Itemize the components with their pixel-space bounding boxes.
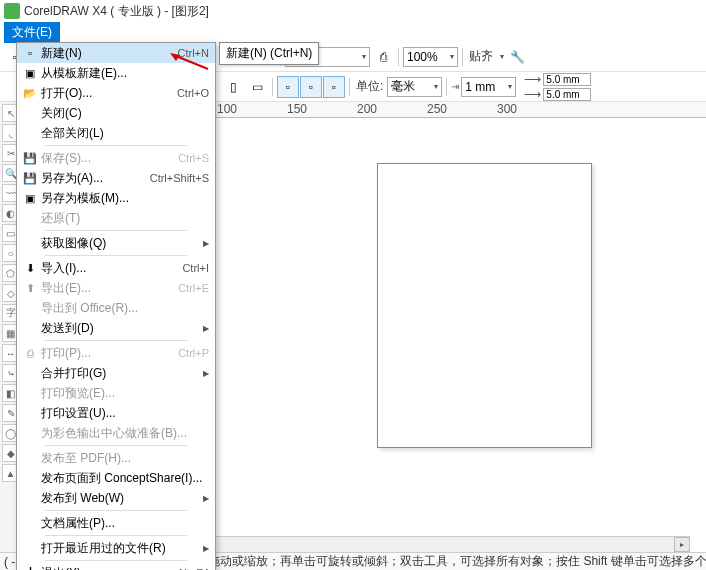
- wrench-icon: 🔧: [510, 50, 525, 64]
- dy-icon: ⟶: [524, 87, 541, 101]
- duplicate-distance: ⟶ ⟶: [524, 72, 591, 101]
- chevron-down-icon: ▾: [362, 52, 366, 61]
- send-icon: [19, 320, 41, 336]
- scroll-right[interactable]: ▸: [674, 537, 690, 552]
- snap-2[interactable]: ▫: [300, 76, 322, 98]
- menu-close-all[interactable]: 全部关闭(L): [17, 123, 215, 143]
- save-template-icon: ▣: [19, 190, 41, 206]
- open-icon: 📂: [19, 85, 41, 101]
- submenu-arrow-icon: ▶: [203, 369, 209, 378]
- ruler-tick: 150: [287, 102, 307, 116]
- save-as-icon: 💾: [19, 170, 41, 186]
- menu-import[interactable]: ⬇ 导入(I)... Ctrl+I: [17, 258, 215, 278]
- ruler-tick: 300: [497, 102, 517, 116]
- chevron-down-icon: ▾: [508, 82, 512, 91]
- dx-input[interactable]: [543, 73, 591, 86]
- unit-label: 单位:: [356, 78, 383, 95]
- menu-save-as[interactable]: 💾 另存为(A)... Ctrl+Shift+S: [17, 168, 215, 188]
- ruler-tick: 250: [427, 102, 447, 116]
- exit-icon: ⏻: [19, 565, 41, 570]
- titlebar: CorelDRAW X4 ( 专业版 ) - [图形2]: [0, 0, 706, 22]
- pdf-icon: [19, 450, 41, 466]
- menu-separator: [45, 230, 187, 231]
- dy-input[interactable]: [543, 88, 591, 101]
- menu-print-merge[interactable]: 合并打印(G) ▶: [17, 363, 215, 383]
- orientation-landscape[interactable]: ▭: [246, 76, 268, 98]
- align-label: 贴齐: [469, 48, 493, 65]
- dx-icon: ⟶: [524, 72, 541, 86]
- menu-exit[interactable]: ⏻ 退出(X) Alt+F4: [17, 563, 215, 570]
- close-all-icon: [19, 125, 41, 141]
- submenu-arrow-icon: ▶: [203, 494, 209, 503]
- menu-revert: 还原(T): [17, 208, 215, 228]
- nudge-value: 1 mm: [465, 80, 505, 94]
- menu-publish-pdf: 发布至 PDF(H)...: [17, 448, 215, 468]
- save-icon: 💾: [19, 150, 41, 166]
- menu-separator: [45, 255, 187, 256]
- menu-new-from-template[interactable]: ▣ 从模板新建(E)...: [17, 63, 215, 83]
- tooltip: 新建(N) (Ctrl+N): [219, 42, 319, 65]
- chevron-down-icon: ▾: [500, 52, 504, 61]
- separator: [462, 48, 463, 66]
- menu-save: 💾 保存(S)... Ctrl+S: [17, 148, 215, 168]
- menu-save-as-template[interactable]: ▣ 另存为模板(M)...: [17, 188, 215, 208]
- zoom-combo[interactable]: 100%▾: [403, 47, 458, 67]
- menu-acquire-image[interactable]: 获取图像(Q) ▶: [17, 233, 215, 253]
- menu-separator: [45, 560, 187, 561]
- snap-3[interactable]: ▫: [323, 76, 345, 98]
- snap-group: ▫ ▫ ▫: [277, 76, 345, 98]
- menu-open[interactable]: 📂 打开(O)... Ctrl+O: [17, 83, 215, 103]
- unit-combo[interactable]: 毫米▾: [387, 77, 442, 97]
- import-icon: ⬇: [19, 260, 41, 276]
- chevron-down-icon: ▾: [434, 82, 438, 91]
- menu-print-preview: 打印预览(E)...: [17, 383, 215, 403]
- tb-btn-c[interactable]: ⎙: [372, 46, 394, 68]
- menu-publish-conceptshare[interactable]: 发布页面到 ConceptShare(I)...: [17, 468, 215, 488]
- menu-doc-properties[interactable]: 文档属性(P)...: [17, 513, 215, 533]
- conceptshare-icon: [19, 470, 41, 486]
- menu-file[interactable]: 文件(E): [4, 22, 60, 43]
- export-icon: ⬆: [19, 280, 41, 296]
- print-preview-icon: [19, 385, 41, 401]
- web-icon: [19, 490, 41, 506]
- menu-send-to[interactable]: 发送到(D) ▶: [17, 318, 215, 338]
- menu-print: ⎙ 打印(P)... Ctrl+P: [17, 343, 215, 363]
- office-icon: [19, 300, 41, 316]
- template-icon: ▣: [19, 65, 41, 81]
- window-title: CorelDRAW X4 ( 专业版 ) - [图形2]: [24, 3, 209, 20]
- menu-close[interactable]: 关闭(C): [17, 103, 215, 123]
- orientation-portrait[interactable]: ▯: [222, 76, 244, 98]
- menubar: 文件(E): [0, 22, 706, 42]
- separator: [446, 78, 447, 96]
- menu-color-proof: 为彩色输出中心做准备(B)...: [17, 423, 215, 443]
- ruler-tick: 100: [217, 102, 237, 116]
- snap-1[interactable]: ▫: [277, 76, 299, 98]
- menu-new[interactable]: ▫ 新建(N) Ctrl+N: [17, 43, 215, 63]
- menu-separator: [45, 340, 187, 341]
- chevron-down-icon: ▾: [450, 52, 454, 61]
- menu-separator: [45, 445, 187, 446]
- ruler-tick: 200: [357, 102, 377, 116]
- print-merge-icon: [19, 365, 41, 381]
- nudge-combo[interactable]: 1 mm▾: [461, 77, 516, 97]
- separator: [398, 48, 399, 66]
- menu-recent-files[interactable]: 打开最近用过的文件(R) ▶: [17, 538, 215, 558]
- options-button[interactable]: 🔧: [506, 46, 528, 68]
- new-doc-icon: ▫: [19, 45, 41, 61]
- submenu-arrow-icon: ▶: [203, 239, 209, 248]
- menu-separator: [45, 145, 187, 146]
- zoom-value: 100%: [407, 50, 447, 64]
- color-proof-icon: [19, 425, 41, 441]
- separator: [272, 78, 273, 96]
- separator: [349, 78, 350, 96]
- menu-print-setup[interactable]: 打印设置(U)...: [17, 403, 215, 423]
- recent-icon: [19, 540, 41, 556]
- menu-publish-web[interactable]: 发布到 Web(W) ▶: [17, 488, 215, 508]
- close-icon: [19, 105, 41, 121]
- menu-export-office: 导出到 Office(R)...: [17, 298, 215, 318]
- print-setup-icon: [19, 405, 41, 421]
- revert-icon: [19, 210, 41, 226]
- menu-export: ⬆ 导出(E)... Ctrl+E: [17, 278, 215, 298]
- menu-separator: [45, 535, 187, 536]
- file-menu: ▫ 新建(N) Ctrl+N ▣ 从模板新建(E)... 📂 打开(O)... …: [16, 42, 216, 570]
